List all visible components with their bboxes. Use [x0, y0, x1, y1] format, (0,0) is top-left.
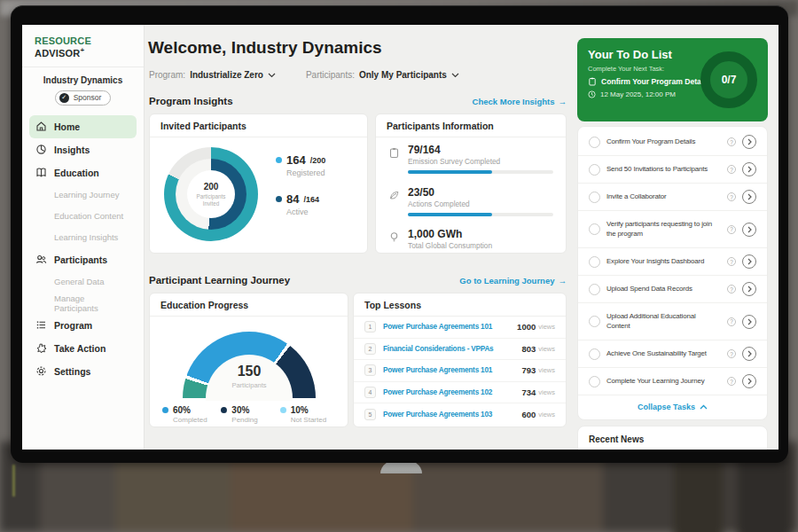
- lesson-row: 3 Power Purchase Agreements 101 793 view…: [354, 360, 566, 382]
- task-go-button[interactable]: [742, 374, 756, 388]
- lesson-link[interactable]: Financial Considerations - VPPAs: [383, 345, 521, 353]
- task-checkbox[interactable]: [589, 137, 600, 148]
- logo-plus: +: [81, 46, 85, 54]
- sidebar-item-learning-insights[interactable]: Learning Insights: [29, 227, 137, 248]
- task-checkbox[interactable]: [589, 316, 600, 327]
- info-icon[interactable]: ?: [727, 257, 736, 266]
- info-icon[interactable]: ?: [727, 377, 736, 386]
- task-checkbox[interactable]: [589, 192, 600, 203]
- lesson-row: 1 Power Purchase Agreements 101 1000 vie…: [354, 317, 566, 339]
- sponsor-icon: ✓: [59, 93, 69, 103]
- info-icon[interactable]: ?: [727, 225, 736, 234]
- task-row: Upload Additional Educational Content ?: [578, 303, 767, 340]
- card-title: Education Progress: [150, 293, 348, 317]
- task-checkbox[interactable]: [589, 348, 600, 360]
- arrow-right-icon: →: [559, 276, 567, 286]
- logo-word-advisor: ADVISOR: [35, 48, 81, 59]
- lesson-views: 1000: [517, 322, 536, 332]
- task-checkbox[interactable]: [589, 223, 600, 235]
- sidebar-item-program[interactable]: Program: [29, 314, 137, 337]
- sidebar-item-home[interactable]: Home: [29, 115, 137, 138]
- lesson-views: 600: [521, 410, 536, 419]
- task-checkbox[interactable]: [589, 164, 600, 176]
- page-title: Welcome, Industry Dynamics: [148, 38, 382, 58]
- go-to-learning-journey-link[interactable]: Go to Learning Journey →: [459, 276, 567, 286]
- sponsor-label: Sponsor: [74, 93, 102, 102]
- legend-dot: [280, 407, 286, 413]
- sidebar-item-learning-journey[interactable]: Learning Journey: [29, 184, 137, 206]
- chevron-right-icon: [747, 226, 752, 233]
- collapse-tasks-link[interactable]: Collapse Tasks: [578, 395, 767, 418]
- info-icon[interactable]: ?: [727, 192, 736, 201]
- survey-icon: [388, 147, 400, 159]
- home-icon: [35, 121, 47, 132]
- lesson-row: 2 Financial Considerations - VPPAs 803 v…: [354, 339, 566, 361]
- info-icon[interactable]: ?: [727, 137, 736, 146]
- lesson-rank: 3: [364, 364, 376, 376]
- info-icon[interactable]: ?: [727, 317, 736, 326]
- lesson-link[interactable]: Power Purchase Agreements 101: [383, 366, 521, 374]
- sidebar-item-insights[interactable]: Insights: [29, 138, 137, 161]
- education-gauge-chart: 150 Participants: [183, 332, 316, 401]
- task-go-button[interactable]: [742, 190, 756, 204]
- stat-value: 1,000 GWh: [408, 228, 553, 240]
- info-icon[interactable]: ?: [727, 285, 736, 293]
- sidebar-item-take-action[interactable]: Take Action: [29, 337, 137, 360]
- recent-news-title: Recent News: [578, 426, 767, 450]
- sidebar-item-general-data[interactable]: General Data: [29, 271, 137, 293]
- sidebar-item-settings[interactable]: Settings: [29, 360, 137, 383]
- task-go-button[interactable]: [742, 315, 756, 329]
- chevron-right-icon: [747, 318, 752, 325]
- clock-icon: [588, 90, 596, 98]
- task-label: Send 50 Invitations to Participants: [606, 165, 721, 174]
- task-go-button[interactable]: [742, 135, 756, 149]
- background-shape: [674, 459, 723, 532]
- stat-actions-completed: 23/50 Actions Completed: [388, 186, 553, 216]
- dashboard-screen: RESOURCE ADVISOR+ Industry Dynamics ✓ Sp…: [22, 25, 778, 450]
- sidebar-item-label: Participants: [54, 254, 107, 265]
- monitor-bezel: RESOURCE ADVISOR+ Industry Dynamics ✓ Sp…: [11, 5, 788, 463]
- invited-legend: 164 /200 Registered 84 /164 Active: [276, 153, 325, 216]
- progress-fill: [408, 170, 492, 174]
- task-row: Complete Your Learning Journey ?: [578, 368, 767, 395]
- program-filter-label: Program:: [149, 70, 185, 80]
- sidebar-item-label: Insights: [54, 145, 90, 155]
- task-go-button[interactable]: [742, 162, 756, 176]
- sidebar-item-education[interactable]: Education: [29, 161, 137, 184]
- recent-news-card: Recent News: [577, 426, 768, 450]
- take-action-icon: [35, 342, 47, 354]
- task-go-button[interactable]: [742, 223, 756, 237]
- task-label: Upload Spend Data Records: [606, 285, 721, 293]
- task-row: Send 50 Invitations to Participants ?: [578, 156, 767, 184]
- education-icon: [35, 167, 47, 178]
- participants-filter[interactable]: Participants: Only My Participants: [306, 70, 459, 80]
- program-filter[interactable]: Program: Industrialize Zero: [149, 70, 276, 80]
- sidebar-item-participants[interactable]: Participants: [29, 248, 137, 271]
- info-icon[interactable]: ?: [727, 165, 736, 174]
- task-label: Upload Additional Educational Content: [606, 312, 721, 331]
- check-more-insights-link[interactable]: Check More Insights →: [473, 97, 567, 106]
- chevron-right-icon: [747, 286, 752, 293]
- lesson-link[interactable]: Power Purchase Agreements 103: [383, 411, 521, 419]
- link-label: Check More Insights: [473, 97, 555, 106]
- lesson-link[interactable]: Power Purchase Agreements 101: [383, 323, 517, 331]
- task-checkbox[interactable]: [589, 376, 600, 387]
- task-go-button[interactable]: [742, 282, 756, 296]
- legend-item-active: 84 /164 Active: [276, 192, 325, 216]
- task-go-button[interactable]: [742, 347, 756, 361]
- info-icon[interactable]: ?: [727, 349, 736, 358]
- chevron-right-icon: [747, 350, 752, 357]
- sidebar-item-education-content[interactable]: Education Content: [29, 206, 137, 227]
- task-go-button[interactable]: [742, 254, 756, 269]
- lesson-link[interactable]: Power Purchase Agreements 102: [383, 388, 521, 396]
- learning-journey-header: Participant Learning Journey Go to Learn…: [149, 275, 567, 286]
- legend-dot: [221, 407, 227, 413]
- sidebar-item-manage-participants[interactable]: Manage Participants: [29, 293, 137, 314]
- task-checkbox[interactable]: [589, 256, 600, 268]
- legend-dot: [276, 196, 282, 202]
- legend-dot: [162, 407, 168, 413]
- lesson-row: 5 Power Purchase Agreements 103 600 view…: [354, 403, 566, 426]
- participants-filter-value: Only My Participants: [359, 70, 447, 80]
- task-checkbox[interactable]: [589, 284, 600, 295]
- participants-information-card: Participants Information 79/164 Emission…: [375, 113, 567, 254]
